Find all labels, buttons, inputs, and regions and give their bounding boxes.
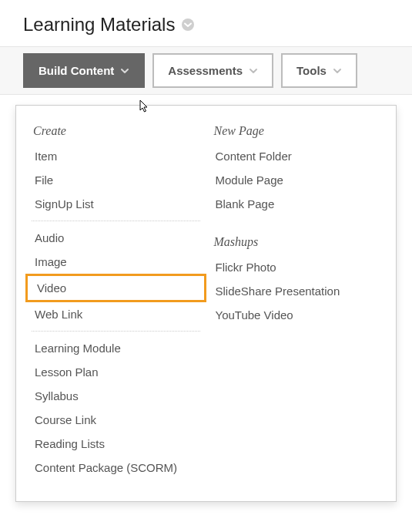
menu-item-image[interactable]: Image <box>25 250 206 274</box>
build-content-dropdown: Create Item File SignUp List Audio Image… <box>15 105 397 502</box>
assessments-button[interactable]: Assessments <box>152 53 273 88</box>
page-title: Learning Materials <box>23 14 175 35</box>
tools-button[interactable]: Tools <box>281 53 357 88</box>
assessments-label: Assessments <box>168 64 243 77</box>
menu-item-slideshare-presentation[interactable]: SlideShare Presentation <box>206 279 387 303</box>
new-page-heading: New Page <box>206 120 387 144</box>
menu-item-content-package-scorm[interactable]: Content Package (SCORM) <box>25 456 206 480</box>
chevron-down-icon[interactable] <box>181 18 195 32</box>
menu-item-module-page[interactable]: Module Page <box>206 168 387 192</box>
action-bar: Build Content Assessments Tools <box>0 46 412 95</box>
create-heading: Create <box>25 120 206 144</box>
menu-item-item[interactable]: Item <box>25 144 206 168</box>
dropdown-col-left: Create Item File SignUp List Audio Image… <box>25 120 206 480</box>
mashups-list: Flickr Photo SlideShare Presentation You… <box>206 255 387 327</box>
menu-item-reading-lists[interactable]: Reading Lists <box>25 432 206 456</box>
menu-item-signup-list[interactable]: SignUp List <box>25 192 206 216</box>
build-content-button[interactable]: Build Content <box>23 53 145 88</box>
menu-item-flickr-photo[interactable]: Flickr Photo <box>206 255 387 279</box>
chevron-down-icon <box>120 66 129 76</box>
menu-item-audio[interactable]: Audio <box>25 226 206 250</box>
new-page-list: Content Folder Module Page Blank Page <box>206 144 387 216</box>
chevron-down-icon <box>333 66 342 76</box>
chevron-down-icon <box>249 66 258 76</box>
menu-item-lesson-plan[interactable]: Lesson Plan <box>25 360 206 384</box>
tools-label: Tools <box>296 64 327 77</box>
create-group-3: Learning Module Lesson Plan Syllabus Cou… <box>25 336 206 480</box>
create-group-2: Audio Image Video Web Link <box>25 226 206 326</box>
menu-item-content-folder[interactable]: Content Folder <box>206 144 387 168</box>
svg-point-0 <box>182 19 194 31</box>
build-content-label: Build Content <box>39 64 114 77</box>
menu-item-blank-page[interactable]: Blank Page <box>206 192 387 216</box>
menu-item-file[interactable]: File <box>25 168 206 192</box>
menu-item-video[interactable]: Video <box>25 274 206 302</box>
menu-item-web-link[interactable]: Web Link <box>25 302 206 326</box>
menu-item-course-link[interactable]: Course Link <box>25 408 206 432</box>
divider <box>32 331 200 332</box>
mashups-heading: Mashups <box>206 231 387 255</box>
menu-item-learning-module[interactable]: Learning Module <box>25 336 206 360</box>
divider <box>32 221 200 221</box>
dropdown-col-right: New Page Content Folder Module Page Blan… <box>206 120 387 480</box>
menu-item-youtube-video[interactable]: YouTube Video <box>206 303 387 327</box>
menu-item-syllabus[interactable]: Syllabus <box>25 384 206 408</box>
create-group-1: Item File SignUp List <box>25 144 206 216</box>
